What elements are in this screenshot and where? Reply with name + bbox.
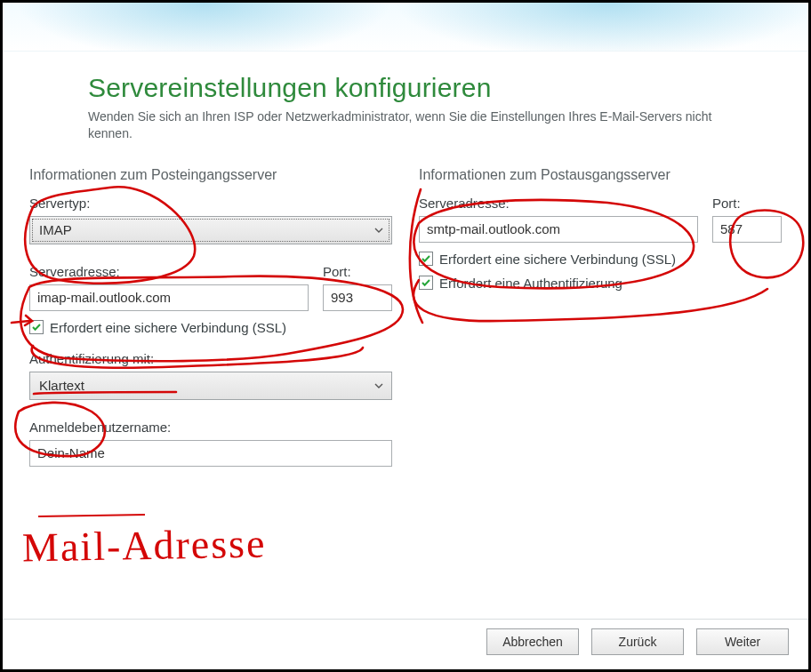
page-title: Servereinstellungen konfigurieren [88, 73, 787, 103]
incoming-heading: Informationen zum Posteingangsserver [29, 167, 392, 183]
cancel-button[interactable]: Abbrechen [486, 628, 579, 655]
incoming-port-label: Port: [323, 264, 392, 279]
username-input[interactable] [29, 440, 392, 467]
outgoing-address-label: Serveradresse: [419, 196, 698, 211]
outgoing-authreq-row[interactable]: Erfordert eine Authentifizierung [419, 276, 782, 291]
wizard-window: Servereinstellungen konfigurieren Wenden… [0, 0, 811, 672]
incoming-address-label: Serveradresse: [29, 264, 309, 279]
columns: Informationen zum Posteingangsserver Ser… [24, 164, 787, 467]
button-bar: Abbrechen Zurück Weiter [3, 619, 808, 660]
outgoing-port-label: Port: [712, 196, 782, 211]
next-button[interactable]: Weiter [696, 628, 789, 655]
outgoing-ssl-row[interactable]: Erfordert eine sichere Verbindung (SSL) [419, 252, 782, 267]
outgoing-port-input[interactable] [712, 216, 782, 243]
auth-label: Authentifizierung mit: [29, 351, 392, 366]
checkbox-icon [419, 276, 433, 290]
checkbox-icon [419, 252, 433, 266]
incoming-ssl-row[interactable]: Erfordert eine sichere Verbindung (SSL) [29, 320, 392, 335]
page-subtitle: Wenden Sie sich an Ihren ISP oder Netzwe… [88, 108, 746, 142]
outgoing-heading: Informationen zum Postausgangsserver [419, 167, 782, 183]
outgoing-ssl-label: Erfordert eine sichere Verbindung (SSL) [439, 252, 676, 267]
incoming-ssl-label: Erfordert eine sichere Verbindung (SSL) [50, 320, 286, 335]
checkbox-icon [29, 320, 44, 334]
chevron-down-icon [373, 380, 384, 391]
outgoing-authreq-label: Erfordert eine Authentifizierung [439, 276, 622, 291]
auth-select[interactable]: Klartext [29, 372, 392, 400]
outgoing-address-input[interactable] [419, 216, 698, 243]
back-button[interactable]: Zurück [591, 628, 684, 655]
incoming-address-input[interactable] [29, 284, 309, 311]
content-area: Servereinstellungen konfigurieren Wenden… [3, 52, 808, 467]
auth-value: Klartext [39, 378, 84, 393]
incoming-column: Informationen zum Posteingangsserver Ser… [29, 164, 392, 467]
annotation-strike [38, 514, 145, 517]
annotation-handwriting: Mail-Adresse [22, 520, 267, 572]
chevron-down-icon [373, 225, 384, 236]
outgoing-column: Informationen zum Postausgangsserver Ser… [419, 164, 782, 467]
incoming-port-input[interactable] [323, 284, 392, 311]
header-banner [3, 3, 808, 52]
username-label: Anmeldebenutzername: [29, 420, 392, 435]
servertype-value: IMAP [39, 222, 72, 237]
servertype-label: Servertyp: [29, 196, 392, 211]
servertype-select[interactable]: IMAP [29, 216, 392, 244]
